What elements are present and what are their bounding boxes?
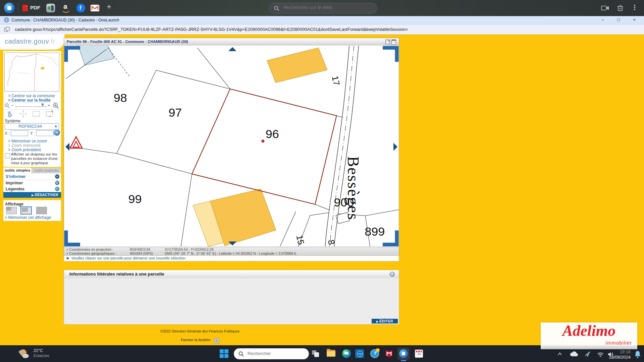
pdf-icon[interactable] [21, 4, 29, 13]
display-option-3[interactable] [36, 207, 47, 214]
coord-projection-values: X=1778104.54 ; Y=3234012.26 [165, 247, 214, 251]
expand-icon[interactable]: ▸ [55, 181, 59, 185]
globe-icon [4, 17, 9, 22]
tray-chevron-icon[interactable] [557, 352, 562, 356]
cadastre-logo: cadastre.gouv.fr [5, 38, 55, 45]
popout-icon[interactable] [385, 40, 390, 44]
svg-text:17: 17 [330, 75, 341, 86]
myhp-icon[interactable]: hp [355, 349, 364, 358]
selection-hint-text: Veuillez cliquer sur une parcelle pour d… [71, 256, 186, 260]
pdf-label[interactable]: PDF [30, 5, 40, 10]
tab-outils-avances[interactable]: outils avancés [32, 168, 61, 173]
sidebar-tools-panel: > Centrer sur la commune > Centrer sur l… [3, 51, 61, 167]
info-panel-header: Informations littérales relatives à une … [64, 270, 399, 279]
start-button[interactable] [220, 349, 228, 358]
link-memoriser-affichage[interactable]: > Mémoriser cet affichage [5, 215, 51, 220]
close-window-control[interactable]: Fermer la fenêtre × [158, 337, 242, 343]
link-memoriser-zoom[interactable]: > Mémoriser ce zoom [8, 139, 47, 143]
file-explorer-icon[interactable] [327, 349, 336, 358]
close-button[interactable]: × [631, 17, 638, 22]
zoom-slider-handle[interactable] [41, 103, 44, 107]
taskbar-clock[interactable]: 19:18 18/09/2024 [600, 349, 631, 360]
svg-text:899: 899 [365, 225, 385, 238]
link-centrer-commune[interactable]: > Centrer sur la commune [8, 94, 55, 98]
tab-outils-simples[interactable]: outils simples [3, 168, 32, 173]
zoom-in-icon[interactable] [53, 103, 59, 109]
add-shortcut-button[interactable]: + [107, 2, 111, 11]
rect-zoom-tool[interactable] [32, 111, 40, 117]
editer-button[interactable]: ▶ ÉDITER [372, 319, 398, 323]
edge-browser-icon[interactable] [342, 349, 351, 358]
taskbar-search-bar[interactable] [234, 348, 309, 359]
window-title: Commune : CHAMBORIGAUD (30) - Cadastre -… [11, 16, 119, 24]
toolbar-menu-icon[interactable] [634, 4, 636, 11]
rect-pan-tool[interactable] [46, 110, 54, 118]
center-move-tool[interactable] [19, 110, 27, 118]
systeme-dropdown[interactable]: RGF93CC44 ▼ [5, 123, 59, 130]
web-search-input[interactable] [283, 4, 371, 10]
y-label: Y : [30, 131, 35, 136]
display-option-1[interactable] [6, 207, 17, 214]
street-name-label: Bessèges [344, 156, 362, 221]
flag-checkbox[interactable] [5, 153, 10, 158]
sidebar-affichage-panel: Affichage > Mémoriser cet affichage [3, 200, 61, 221]
minimize-button[interactable]: – [599, 17, 606, 22]
overview-minimap[interactable] [4, 53, 59, 92]
affichage-label: Affichage [5, 202, 23, 206]
collapse-icon[interactable]: ▾ [55, 174, 59, 179]
onelaunch-logo-icon[interactable] [4, 3, 15, 13]
get-help-icon[interactable]: ? [370, 349, 379, 358]
x-coordinate-input[interactable] [11, 130, 28, 136]
slider-plus[interactable]: + [48, 103, 50, 108]
clock-date: 18/09/2024 [600, 355, 631, 360]
taskbar-weather-widget[interactable]: 22°C Eclaircies [13, 347, 80, 361]
pan-hand-tool[interactable] [6, 110, 13, 118]
location-arrow-icon[interactable] [584, 351, 590, 357]
link-zoom-precedent[interactable]: > Zoom précédent [8, 147, 41, 152]
minimap-position-marker [41, 67, 44, 69]
video-capture-icon[interactable] [601, 5, 609, 12]
maximize-map-icon[interactable] [391, 40, 396, 45]
map-panel-title: Parcelle 96 - Feuille 000 AC 01 - Commun… [67, 38, 188, 45]
maximize-button[interactable]: □ [615, 17, 622, 22]
accordion-legendes[interactable]: Légendes ▸ [3, 186, 61, 192]
url-text[interactable]: cadastre.gouv.fr/scpc/afficherCarteParce… [15, 24, 408, 34]
go-coordinates-button[interactable]: ➔ [54, 129, 60, 136]
mcafee-icon[interactable] [385, 349, 393, 358]
close-icon[interactable]: × [214, 338, 219, 343]
accordion-sinformer[interactable]: S'informer ▾ [3, 174, 61, 180]
slider-minus[interactable]: − [11, 103, 14, 108]
expand-icon[interactable]: ▸ [55, 187, 59, 191]
map-tools-row [3, 110, 61, 118]
cadastre-map[interactable]: 98 97 96 99 900 899 17 15 8 Bessèges [64, 46, 399, 247]
coord-projection-system: RGF93CC44 [130, 247, 150, 251]
weather-icon [17, 348, 30, 359]
amazon-icon[interactable]: a [62, 3, 70, 13]
chevron-down-icon: ▼ [54, 124, 58, 129]
accordion-imprimer[interactable]: Imprimer ▸ [3, 180, 61, 186]
link-centrer-feuille[interactable]: > Centrer sur la feuille [8, 98, 50, 103]
zoom-out-icon[interactable] [5, 103, 10, 109]
apps-tiles-icon[interactable] [46, 4, 55, 12]
svg-text:15: 15 [295, 234, 306, 246]
coordinates-bar: > Coordonnées en projection : RGF93CC44 … [64, 247, 399, 256]
notification-bell-icon[interactable] [634, 350, 641, 358]
url-bar[interactable]: cadastre.gouv.fr/scpc/afficherCarteParce… [0, 24, 644, 35]
y-coordinate-input[interactable] [36, 130, 54, 136]
notification-dot [376, 348, 380, 352]
facebook-icon[interactable]: f [76, 4, 85, 12]
trash-icon[interactable] [617, 5, 623, 13]
coord-geo-values: DMS (44° 18' 7" N - 3° 58' 43" E) - Lati… [165, 251, 297, 255]
snipping-tool-icon[interactable]: ✂ [415, 350, 423, 358]
watermark-subtitle: immobilier [606, 340, 632, 346]
onelaunch-taskbar-icon[interactable] [397, 348, 410, 360]
gmail-icon[interactable] [91, 5, 99, 11]
display-option-2-selected[interactable] [20, 206, 32, 215]
web-search-bar[interactable] [269, 3, 377, 14]
tabs-icon [4, 27, 10, 32]
taskbar-search-input[interactable] [247, 351, 305, 356]
onedrive-cloud-icon[interactable] [570, 351, 579, 357]
task-view-icon[interactable] [312, 350, 320, 358]
desactiver-bar[interactable]: ▶ DÉSACTIVER [3, 192, 61, 198]
help-icon[interactable]: ? [389, 272, 395, 277]
